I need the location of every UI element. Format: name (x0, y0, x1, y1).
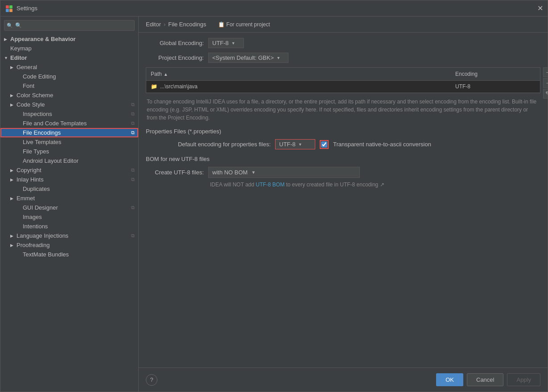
sidebar-item-font[interactable]: Font (0, 81, 138, 91)
transparent-checkbox[interactable] (321, 141, 327, 148)
sidebar-item-proofreading[interactable]: ▶Proofreading (0, 240, 138, 250)
sidebar-item-code-editing[interactable]: Code Editing (0, 72, 138, 81)
transparent-label: Transparent native-to-ascii conversion (333, 141, 431, 148)
help-button[interactable]: ? (146, 374, 157, 386)
arrow-icon-code-style: ▶ (10, 103, 16, 107)
path-cell: 📁 ...\src\main\java (146, 82, 451, 91)
sidebar-label-file-encodings: File Encodings (23, 129, 129, 136)
content-area: 🔍 ▶Appearance & BehaviorKeymap▼Editor▶Ge… (0, 17, 548, 392)
copy-icon-inspections: ⧉ (131, 111, 135, 117)
sidebar-item-emmet[interactable]: ▶Emmet (0, 194, 138, 203)
sidebar-label-intentions: Intentions (23, 223, 135, 230)
breadcrumb: Editor › File Encodings 📋 For current pr… (139, 17, 548, 33)
footer-buttons: OK Cancel Apply (436, 373, 540, 386)
sidebar-label-live-templates: Live Templates (23, 139, 135, 145)
close-button[interactable]: ✕ (537, 4, 543, 12)
transparent-checkbox-row (321, 141, 327, 148)
table-row[interactable]: 📁 ...\src\main\java UTF-8 (146, 81, 540, 93)
sidebar-item-android-layout-editor[interactable]: Android Layout Editor (0, 156, 138, 165)
sidebar-item-duplicates[interactable]: Duplicates (0, 184, 138, 194)
properties-encoding-value: UTF-8 (279, 141, 296, 148)
sidebar-item-copyright[interactable]: ▶Copyright⧉ (0, 165, 138, 175)
sidebar-item-intentions[interactable]: Intentions (0, 222, 138, 231)
sidebar-item-file-types[interactable]: File Types (0, 147, 138, 156)
sidebar-label-appearance: Appearance & Behavior (10, 36, 135, 42)
project-encoding-arrow: ▼ (276, 56, 280, 60)
sidebar-item-file-encodings[interactable]: File Encodings⧉ (0, 128, 138, 137)
project-link-text: For current project (227, 21, 270, 28)
sidebar-label-font: Font (23, 83, 135, 89)
sidebar-label-images: Images (23, 214, 135, 220)
sidebar-item-file-and-code-templates[interactable]: File and Code Templates⧉ (0, 119, 138, 128)
properties-encoding-dropdown[interactable]: UTF-8 ▼ (275, 139, 315, 149)
search-input[interactable] (4, 20, 135, 31)
copy-icon-file-and-code-templates: ⧉ (131, 120, 135, 126)
path-column-header[interactable]: Path ▲ (146, 70, 451, 78)
sidebar-item-general[interactable]: ▶General (0, 62, 138, 72)
bom-section-title: BOM for new UTF-8 files (146, 156, 540, 162)
arrow-icon-inlay-hints: ▶ (10, 177, 16, 182)
breadcrumb-parent: Editor (146, 21, 161, 28)
sidebar-label-copyright: Copyright (16, 167, 129, 173)
properties-section-title: Properties Files (*.properties) (146, 128, 540, 135)
ok-button[interactable]: OK (436, 373, 463, 386)
sidebar-item-language-injections[interactable]: ▶Language Injections⧉ (0, 231, 138, 240)
global-encoding-arrow: ▼ (231, 41, 235, 45)
sidebar-item-images[interactable]: Images (0, 212, 138, 222)
edit-path-button[interactable]: ✎ (543, 89, 548, 99)
sidebar-label-inlay-hints: Inlay Hints (16, 176, 129, 183)
global-encoding-dropdown[interactable]: UTF-8 ▼ (208, 38, 244, 48)
encoding-label: Encoding (455, 71, 478, 77)
bom-row: Create UTF-8 files: with NO BOM ▼ (146, 167, 540, 178)
sidebar-item-textmate-bundles[interactable]: TextMate Bundles (0, 250, 138, 259)
sidebar-label-textmate-bundles: TextMate Bundles (23, 251, 135, 258)
sidebar-label-android-layout-editor: Android Layout Editor (23, 157, 135, 164)
sidebar-item-inlay-hints[interactable]: ▶Inlay Hints⧉ (0, 175, 138, 184)
sidebar-label-gui-designer: GUI Designer (23, 204, 129, 211)
project-encoding-dropdown[interactable]: <System Default: GBK> ▼ (208, 53, 288, 63)
sidebar-item-gui-designer[interactable]: GUI Designer⧉ (0, 203, 138, 212)
sort-arrow-icon: ▲ (164, 72, 168, 77)
project-encoding-label: Project Encoding: (146, 54, 204, 61)
bom-dropdown-arrow: ▼ (251, 170, 255, 175)
breadcrumb-current: File Encodings (168, 21, 206, 28)
global-encoding-row: Global Encoding: UTF-8 ▼ (146, 38, 540, 48)
encoding-table: Path ▲ Encoding 📁 ...\src\ma (146, 67, 540, 93)
settings-dialog: Settings ✕ 🔍 ▶Appearance & BehaviorKeyma… (0, 0, 548, 392)
copy-icon-code-style: ⧉ (131, 102, 135, 107)
arrow-icon-color-scheme: ▶ (10, 93, 16, 98)
sidebar-label-color-scheme: Color Scheme (16, 92, 135, 99)
sidebar-label-emmet: Emmet (16, 195, 135, 202)
add-path-button[interactable]: + (543, 67, 548, 77)
global-encoding-value: UTF-8 (212, 40, 229, 46)
arrow-icon-general: ▶ (10, 65, 16, 70)
sidebar-label-proofreading: Proofreading (16, 242, 135, 248)
bom-note-link[interactable]: UTF-8 BOM (255, 182, 284, 188)
apply-button[interactable]: Apply (507, 373, 540, 386)
sidebar-item-inspections[interactable]: Inspections⧉ (0, 109, 138, 119)
sidebar-item-appearance[interactable]: ▶Appearance & Behavior (0, 34, 138, 44)
sidebar-label-file-and-code-templates: File and Code Templates (23, 120, 129, 127)
app-icon (5, 4, 13, 12)
remove-path-button[interactable]: − (543, 78, 548, 88)
sidebar: 🔍 ▶Appearance & BehaviorKeymap▼Editor▶Ge… (0, 17, 139, 392)
sidebar-item-editor[interactable]: ▼Editor (0, 53, 138, 62)
info-text: To change encoding IntelliJ IDEA uses fo… (146, 98, 540, 122)
sidebar-label-keymap: Keymap (10, 45, 135, 52)
sidebar-item-color-scheme[interactable]: ▶Color Scheme (0, 91, 138, 100)
bom-dropdown[interactable]: with NO BOM ▼ (208, 167, 360, 178)
project-encoding-row: Project Encoding: <System Default: GBK> … (146, 53, 540, 63)
encoding-column-header[interactable]: Encoding (451, 70, 540, 78)
sidebar-item-keymap[interactable]: Keymap (0, 44, 138, 53)
sidebar-item-live-templates[interactable]: Live Templates (0, 137, 138, 147)
copy-icon-inlay-hints: ⧉ (131, 177, 135, 182)
window-title: Settings (16, 5, 37, 12)
cancel-button[interactable]: Cancel (467, 373, 503, 386)
sidebar-item-code-style[interactable]: ▶Code Style⧉ (0, 100, 138, 109)
properties-encoding-arrow: ▼ (298, 142, 302, 147)
sidebar-label-code-style: Code Style (16, 101, 129, 108)
sidebar-label-code-editing: Code Editing (23, 73, 135, 80)
transparent-checkbox-wrapper (320, 140, 329, 149)
bom-note: IDEA will NOT add UTF-8 BOM to every cre… (210, 182, 540, 188)
breadcrumb-link[interactable]: 📋 For current project (218, 21, 270, 28)
